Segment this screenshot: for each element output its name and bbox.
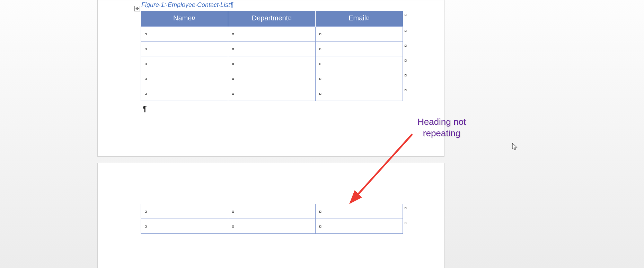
table-cell[interactable]: ¤: [228, 204, 316, 219]
table-cell[interactable]: ¤: [228, 219, 316, 234]
column-header-department[interactable]: Department¤: [228, 11, 316, 27]
table-body-page2: ¤¤¤¤¤¤: [141, 204, 403, 234]
cell-end-mark: ¤: [319, 46, 321, 52]
cell-end-mark: ¤: [232, 209, 234, 214]
table-cell[interactable]: ¤: [316, 71, 403, 86]
table-row[interactable]: ¤¤¤: [141, 41, 403, 56]
table-cell[interactable]: ¤: [316, 219, 403, 234]
table-cell[interactable]: ¤: [141, 204, 228, 219]
cell-end-mark: ¤: [232, 224, 234, 229]
cell-end-mark: ¤: [144, 76, 147, 81]
row-end-mark: ¤: [404, 87, 407, 93]
cell-end-mark: ¤: [319, 76, 321, 81]
employee-contact-table[interactable]: Name¤ Department¤ Email¤ ¤¤¤¤¤¤¤¤¤¤¤¤¤¤¤: [141, 11, 403, 101]
table-row[interactable]: ¤¤¤: [141, 56, 403, 71]
table-header-row[interactable]: Name¤ Department¤ Email¤: [141, 11, 403, 27]
annotation-line2: repeating: [423, 128, 460, 138]
table-cell[interactable]: ¤: [141, 219, 228, 234]
table-cell[interactable]: ¤: [141, 56, 228, 71]
table-cell[interactable]: ¤: [316, 86, 403, 101]
table-row[interactable]: ¤¤¤: [141, 71, 403, 86]
table-cell[interactable]: ¤: [141, 71, 228, 86]
column-header-name[interactable]: Name¤: [141, 11, 228, 27]
row-end-mark: ¤: [404, 58, 407, 63]
table-cell[interactable]: ¤: [228, 71, 316, 86]
table-cell[interactable]: ¤: [141, 41, 228, 56]
table-cell[interactable]: ¤: [316, 41, 403, 56]
cell-end-mark: ¤: [232, 31, 234, 37]
table-cell[interactable]: ¤: [316, 27, 403, 41]
table-cell[interactable]: ¤: [141, 86, 228, 101]
table-move-handle-icon[interactable]: ✥: [134, 6, 140, 11]
cell-end-mark: ¤: [232, 91, 234, 96]
annotation-arrow-icon: [350, 132, 416, 202]
cell-end-mark: ¤: [319, 209, 321, 214]
cell-end-mark: ¤: [319, 91, 321, 96]
table-cell[interactable]: ¤: [316, 204, 403, 219]
row-end-mark: ¤: [404, 12, 407, 17]
cell-end-mark: ¤: [144, 46, 147, 52]
mouse-cursor-icon: [512, 143, 518, 151]
table-cell[interactable]: ¤: [228, 27, 316, 41]
cell-end-mark: ¤: [319, 61, 321, 66]
cell-end-mark: ¤: [144, 209, 147, 214]
figure-caption[interactable]: Figure·1:·Employee·Contact·List¶: [141, 1, 233, 9]
cell-end-mark: ¤: [144, 224, 147, 229]
annotation-label: Heading not repeating: [411, 116, 473, 139]
table-row[interactable]: ¤¤¤: [141, 86, 403, 101]
cell-end-mark: ¤: [232, 76, 234, 81]
cell-end-mark: ¤: [319, 31, 321, 37]
move-handle-glyph: ✥: [135, 7, 139, 11]
table-cell[interactable]: ¤: [316, 56, 403, 71]
row-end-mark: ¤: [404, 220, 407, 225]
cell-end-mark: ¤: [144, 31, 147, 37]
annotation-line1: Heading not: [417, 117, 466, 127]
table-cell[interactable]: ¤: [141, 27, 228, 41]
table-body-page1: ¤¤¤¤¤¤¤¤¤¤¤¤¤¤¤: [141, 27, 403, 101]
table-row[interactable]: ¤¤¤: [141, 219, 403, 234]
row-end-mark: ¤: [404, 28, 407, 33]
cell-end-mark: ¤: [232, 46, 234, 52]
cell-end-mark: ¤: [232, 61, 234, 66]
table-cell[interactable]: ¤: [228, 86, 316, 101]
paragraph-mark[interactable]: ¶: [143, 104, 147, 113]
cell-end-mark: ¤: [144, 91, 147, 96]
table-row[interactable]: ¤¤¤: [141, 204, 403, 219]
svg-line-0: [356, 134, 412, 196]
column-header-email[interactable]: Email¤: [316, 11, 403, 27]
row-end-mark: ¤: [404, 43, 407, 48]
employee-contact-table-continued[interactable]: ¤¤¤¤¤¤: [141, 204, 403, 234]
row-end-mark: ¤: [404, 205, 407, 211]
cell-end-mark: ¤: [144, 61, 147, 66]
cell-end-mark: ¤: [319, 224, 321, 229]
table-cell[interactable]: ¤: [228, 56, 316, 71]
row-end-mark: ¤: [404, 73, 407, 78]
table-cell[interactable]: ¤: [228, 41, 316, 56]
table-row[interactable]: ¤¤¤: [141, 27, 403, 41]
